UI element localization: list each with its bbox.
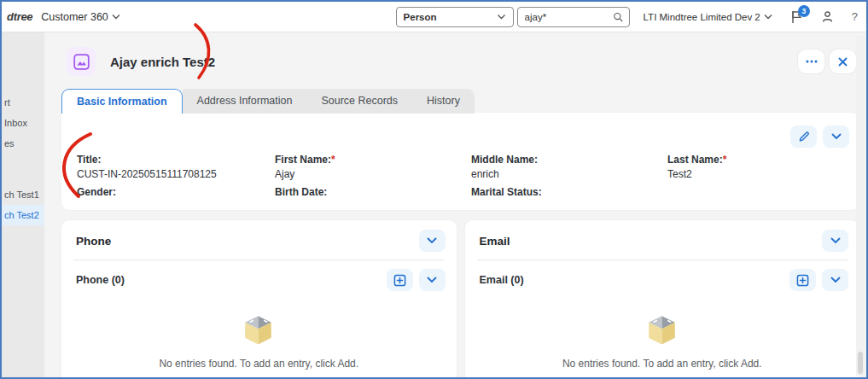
tab-address-information[interactable]: Address Information: [183, 89, 307, 114]
basic-info-actions: [790, 125, 849, 148]
close-button[interactable]: [830, 50, 856, 73]
field-gender: Gender:: [77, 186, 275, 213]
sidebar-item-start[interactable]: rt: [2, 92, 44, 113]
vertical-scrollbar[interactable]: [856, 36, 865, 376]
empty-box-icon: [242, 315, 275, 345]
email-empty-text: No entries found. To add an entry, click…: [562, 358, 762, 370]
field-first-name: First Name:* Ajay: [275, 154, 471, 180]
phone-empty-state: No entries found. To add an entry, click…: [61, 315, 457, 370]
tenant-select[interactable]: LTI Mindtree Limited Dev 2: [644, 12, 772, 22]
chevron-down-icon: [830, 277, 841, 283]
record-header: Ajay enrich Test2: [61, 41, 859, 82]
field-birth-date: Birth Date:: [275, 186, 471, 213]
sidebar-item-inbox[interactable]: Inbox: [2, 113, 44, 133]
brand-logo: dtree: [7, 10, 32, 23]
global-search: Person: [396, 7, 630, 27]
chevron-down-icon: [427, 277, 437, 283]
image-placeholder-icon: [73, 54, 90, 70]
chevron-down-icon: [764, 14, 772, 20]
search-scope-select[interactable]: Person: [396, 7, 514, 27]
search-scope-value: Person: [404, 12, 437, 22]
field-first-name-value: Ajay: [275, 168, 471, 180]
collapse-email-list-button[interactable]: [822, 269, 848, 291]
email-empty-state: No entries found. To add an entry, click…: [465, 315, 860, 370]
collapse-basic-info-button[interactable]: [823, 125, 849, 148]
field-birth-date-label: Birth Date:: [275, 186, 327, 198]
collapse-phone-list-button[interactable]: [419, 269, 446, 291]
basic-information-card: Title: CUST-IN-20250515111708125 First N…: [61, 113, 859, 210]
pencil-icon: [798, 131, 810, 143]
chevron-down-icon: [112, 14, 120, 20]
sidebar-item-record-test2[interactable]: ch Test2: [2, 205, 44, 225]
page-title: Ajay enrich Test2: [110, 55, 215, 69]
scrollbar-thumb[interactable]: [858, 352, 863, 374]
app-title-label: Customer 360: [41, 11, 108, 23]
collapse-email-card-button[interactable]: [822, 230, 848, 252]
ellipsis-icon: [806, 60, 818, 63]
tab-source-records[interactable]: Source Records: [306, 89, 412, 114]
email-card: Email Email (0): [465, 220, 860, 377]
chevron-down-icon: [427, 237, 437, 244]
chevron-down-icon: [831, 133, 842, 140]
field-marital-status-label: Marital Status:: [471, 186, 542, 198]
field-title-label: Title:: [77, 154, 101, 166]
phone-empty-text: No entries found. To add an entry, click…: [159, 358, 358, 370]
close-icon: [838, 57, 848, 67]
field-gender-value: [77, 201, 275, 213]
field-middle-name-value: enrich: [471, 168, 667, 180]
empty-box-icon: [646, 315, 679, 345]
email-card-title: Email: [480, 235, 510, 248]
help-button[interactable]: ?: [852, 10, 858, 23]
required-marker: *: [723, 154, 727, 166]
field-first-name-label: First Name:: [275, 154, 331, 166]
field-birth-date-value: [275, 201, 471, 213]
record-header-actions: [798, 50, 859, 73]
sidebar-spacer: [2, 154, 44, 184]
notifications-button[interactable]: 3: [790, 10, 803, 24]
search-input[interactable]: [525, 12, 614, 22]
add-icon: [393, 274, 406, 287]
field-title: Title: CUST-IN-20250515111708125: [77, 154, 275, 180]
field-last-name-value: Test2: [667, 168, 859, 180]
add-email-button[interactable]: [789, 269, 816, 291]
main-content: Ajay enrich Test2 Basic Information Addr…: [44, 32, 866, 377]
user-icon: [821, 10, 834, 23]
phone-card: Phone Phone (0): [61, 220, 457, 377]
required-marker: *: [331, 154, 335, 166]
more-actions-button[interactable]: [798, 50, 824, 73]
basic-info-fields: Title: CUST-IN-20250515111708125 First N…: [61, 113, 859, 213]
chevron-down-icon: [830, 237, 841, 244]
tab-basic-information[interactable]: Basic Information: [61, 89, 183, 114]
user-button[interactable]: [821, 10, 834, 23]
field-marital-status-value: [471, 201, 667, 213]
phone-list-title: Phone (0): [76, 274, 125, 286]
field-last-name: Last Name:* Test2: [667, 154, 859, 180]
field-marital-status: Marital Status:: [471, 186, 667, 213]
field-middle-name-label: Middle Name:: [471, 154, 538, 166]
app-title-menu[interactable]: Customer 360: [41, 11, 120, 23]
tab-strip: Address Information Source Records Histo…: [183, 89, 475, 114]
collapse-phone-card-button[interactable]: [419, 230, 446, 252]
app-window: dtree Customer 360 Person LTI Mindtree L…: [0, 0, 868, 379]
chevron-down-icon: [497, 14, 506, 20]
field-gender-label: Gender:: [77, 186, 116, 198]
sidebar-item-favorites[interactable]: es: [2, 133, 44, 154]
email-list-title: Email (0): [480, 274, 524, 286]
avatar: [67, 47, 96, 76]
notification-badge: 3: [798, 5, 810, 17]
add-phone-button[interactable]: [387, 269, 413, 291]
top-bar: dtree Customer 360 Person LTI Mindtree L…: [2, 2, 866, 32]
sidebar-item-record-test1[interactable]: ch Test1: [2, 184, 44, 205]
phone-card-title: Phone: [76, 235, 111, 248]
edit-button[interactable]: [790, 125, 817, 148]
field-middle-name: Middle Name: enrich: [471, 154, 667, 180]
app-body: rt Inbox es ch Test1 ch Test2 Ajay enric…: [2, 32, 866, 377]
contact-cards-row: Phone Phone (0): [61, 220, 859, 377]
search-icon[interactable]: [613, 11, 624, 23]
search-box: [517, 7, 630, 27]
tenant-label: LTI Mindtree Limited Dev 2: [644, 12, 760, 22]
tab-bar: Basic Information Address Information So…: [61, 89, 859, 114]
top-bar-right: LTI Mindtree Limited Dev 2 3 ?: [644, 10, 858, 24]
tab-history[interactable]: History: [412, 89, 475, 114]
field-last-name-label: Last Name:: [667, 154, 723, 166]
